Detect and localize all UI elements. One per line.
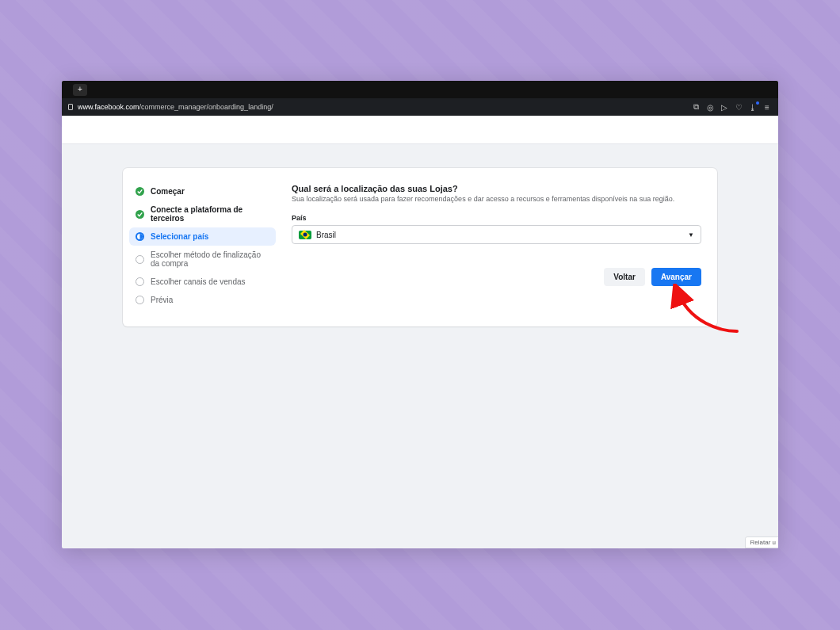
country-label: País	[292, 214, 701, 222]
checkmark-icon	[136, 187, 144, 196]
step-conecte-plataforma[interactable]: Conecte a plataforma de terceiros	[129, 200, 276, 227]
checkmark-icon	[136, 210, 144, 219]
action-row: Voltar Avançar	[292, 268, 701, 286]
circle-icon	[136, 255, 144, 264]
step-label: Conecte a plataforma de terceiros	[151, 205, 269, 223]
step-list: Começar Conecte a plataforma de terceiro…	[129, 182, 276, 309]
step-label: Começar	[151, 187, 185, 196]
circle-icon	[136, 277, 144, 286]
save-page-icon[interactable]: ⧉	[691, 102, 701, 112]
page-subtitle: Sua localização será usada para fazer re…	[292, 195, 701, 203]
step-canais-vendas[interactable]: Escolher canais de vendas	[129, 273, 276, 291]
page-header	[62, 116, 778, 144]
step-previa[interactable]: Prévia	[129, 291, 276, 309]
feedback-tab[interactable]: Relatar u	[745, 536, 778, 548]
url-domain: www.facebook.com	[78, 103, 139, 111]
progress-icon	[136, 232, 144, 241]
browser-window: + www.facebook.com/commerce_manager/onbo…	[62, 81, 778, 548]
download-icon[interactable]: ⭳	[748, 102, 758, 112]
step-comecar[interactable]: Começar	[129, 182, 276, 200]
step-finalizacao-compra[interactable]: Escolher método de finalização da compra	[129, 246, 276, 273]
step-label: Prévia	[151, 296, 173, 304]
browser-tab-bar: +	[62, 81, 778, 98]
camera-icon[interactable]: ◎	[705, 102, 715, 112]
step-selecionar-pais[interactable]: Selecionar país	[129, 227, 276, 246]
heart-icon[interactable]: ♡	[734, 102, 743, 112]
step-label: Escolher canais de vendas	[151, 277, 246, 286]
page-body: Começar Conecte a plataforma de terceiro…	[62, 144, 778, 326]
step-label: Escolher método de finalização da compra	[151, 250, 269, 268]
back-button[interactable]: Voltar	[604, 268, 645, 286]
plus-icon: +	[78, 86, 82, 94]
menu-icon[interactable]: ≡	[762, 102, 772, 112]
lock-icon	[68, 104, 73, 110]
circle-icon	[136, 296, 144, 304]
send-icon[interactable]: ▷	[720, 102, 729, 112]
country-value: Brasil	[316, 231, 688, 239]
onboarding-card: Começar Conecte a plataforma de terceiro…	[123, 168, 717, 326]
page-title: Qual será a localização das suas Lojas?	[292, 184, 701, 193]
url-path: /commerce_manager/onboarding_landing/	[139, 103, 273, 111]
country-select[interactable]: Brasil ▼	[292, 225, 701, 244]
chevron-down-icon: ▼	[688, 231, 694, 239]
next-button[interactable]: Avançar	[651, 268, 701, 286]
address-bar[interactable]: www.facebook.com/commerce_manager/onboar…	[62, 98, 778, 116]
url-text: www.facebook.com/commerce_manager/onboar…	[78, 103, 273, 111]
brazil-flag-icon	[299, 231, 311, 239]
main-content: Qual será a localização das suas Lojas? …	[292, 182, 701, 309]
new-tab-button[interactable]: +	[73, 84, 87, 96]
step-label: Selecionar país	[151, 232, 208, 241]
